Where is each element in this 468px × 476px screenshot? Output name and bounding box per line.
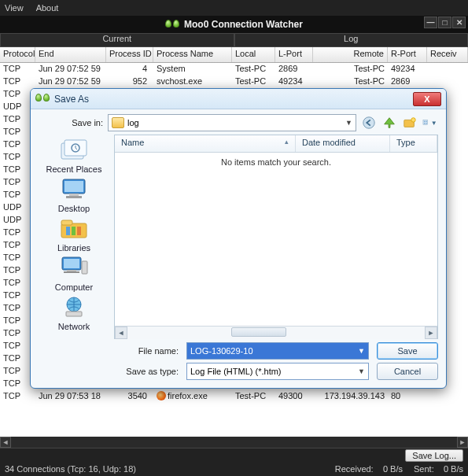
svg-rect-19 <box>77 227 81 235</box>
svg-rect-14 <box>66 196 82 198</box>
sent-label: Sent: <box>414 464 434 474</box>
col-recv[interactable]: Receiv <box>427 47 468 62</box>
received-label: Received: <box>335 464 374 474</box>
menu-about[interactable]: About <box>36 3 59 13</box>
scroll-thumb[interactable] <box>231 327 286 337</box>
sent-value: 0 B/s <box>444 464 463 474</box>
file-list-hscroll[interactable]: ◄ ► <box>115 326 437 338</box>
new-folder-icon[interactable] <box>402 115 418 131</box>
table-row[interactable]: TCPJun 29 07:53 183540firefox.exeTest-PC… <box>0 390 468 403</box>
folder-icon <box>112 117 124 128</box>
cancel-button[interactable]: Cancel <box>377 363 438 380</box>
tab-log[interactable]: Log <box>234 33 469 47</box>
sort-indicator-icon: ▴ <box>285 138 289 146</box>
place-desktop[interactable]: Desktop <box>41 175 107 213</box>
place-libraries[interactable]: Libraries <box>41 215 107 253</box>
col-rport[interactable]: R-Port <box>388 47 427 62</box>
svg-rect-22 <box>67 270 76 271</box>
tab-header: Current Log <box>0 33 468 47</box>
file-list-body: No items match your search. <box>115 153 437 326</box>
scroll-right-icon[interactable]: ► <box>425 327 437 339</box>
svg-rect-7 <box>426 123 426 124</box>
svg-rect-17 <box>66 227 70 235</box>
place-network-label: Network <box>58 322 90 331</box>
col-local[interactable]: Local <box>232 47 275 62</box>
col-lport[interactable]: L-Port <box>275 47 313 62</box>
scroll-left-icon[interactable]: ◄ <box>115 327 127 339</box>
svg-rect-16 <box>61 220 72 225</box>
svg-rect-24 <box>82 261 87 274</box>
col-file-name[interactable]: Name ▴ <box>115 135 296 152</box>
place-libraries-label: Libraries <box>57 243 90 253</box>
place-network[interactable]: Network <box>41 293 107 331</box>
hscroll[interactable]: ◄ ► <box>0 437 468 448</box>
nav-icons: ▼ <box>361 115 438 131</box>
computer-icon <box>55 254 93 281</box>
empty-message: No items match your search. <box>221 157 331 167</box>
hscroll-right-icon[interactable]: ► <box>457 437 468 448</box>
desktop-icon <box>55 175 93 202</box>
place-computer[interactable]: Computer <box>41 254 107 292</box>
dialog-title-bar[interactable]: Save As X <box>31 89 446 109</box>
back-icon[interactable] <box>361 115 377 131</box>
dialog-close-button[interactable]: X <box>413 92 441 106</box>
chevron-down-icon[interactable]: ▼ <box>358 367 365 375</box>
col-remote[interactable]: Remote <box>313 47 388 62</box>
recent-places-icon <box>55 136 93 163</box>
view-menu-icon[interactable]: ▼ <box>422 115 438 131</box>
svg-rect-26 <box>66 312 82 316</box>
minimize-button[interactable]: — <box>424 17 437 28</box>
scroll-track[interactable] <box>127 327 425 339</box>
svg-point-2 <box>411 118 415 122</box>
maximize-button[interactable]: □ <box>438 17 451 28</box>
svg-rect-6 <box>424 123 425 124</box>
save-as-dialog: Save As X Save in: log ▼ ▼ <box>30 88 447 389</box>
col-file-type[interactable]: Type <box>390 135 437 152</box>
received-value: 0 B/s <box>383 464 403 474</box>
firefox-icon <box>157 391 166 400</box>
place-recent-label: Recent Places <box>46 164 102 174</box>
svg-rect-13 <box>69 194 79 196</box>
save-in-combo[interactable]: log ▼ <box>108 114 356 131</box>
save-in-label: Save in: <box>39 118 103 127</box>
col-end[interactable]: End <box>35 47 106 62</box>
save-log-button[interactable]: Save Log... <box>405 449 463 462</box>
save-as-type-combo[interactable]: Log File (HTML) (*.htm) ▼ <box>186 363 369 380</box>
svg-rect-12 <box>64 181 83 192</box>
libraries-icon <box>55 215 93 242</box>
svg-rect-3 <box>423 120 428 125</box>
file-list[interactable]: Name ▴ Date modified Type No items match… <box>114 135 438 339</box>
close-button[interactable]: ✕ <box>452 17 466 28</box>
save-as-type-label: Save as type: <box>114 367 179 376</box>
svg-rect-23 <box>64 271 79 273</box>
svg-rect-18 <box>72 227 76 235</box>
file-list-header: Name ▴ Date modified Type <box>115 135 437 153</box>
tab-current[interactable]: Current <box>0 33 234 47</box>
menu-bar: View About <box>0 0 468 16</box>
file-name-input[interactable]: LOG-130629-10 ▼ <box>186 342 369 360</box>
svg-rect-21 <box>64 259 79 268</box>
chevron-down-icon[interactable]: ▼ <box>358 347 365 355</box>
table-row[interactable]: TCPJun 29 07:52 594SystemTest-PC2869Test… <box>0 63 468 76</box>
file-name-value: LOG-130629-10 <box>190 346 253 356</box>
up-icon[interactable] <box>381 115 397 131</box>
place-computer-label: Computer <box>55 282 93 292</box>
svg-rect-4 <box>424 121 425 122</box>
col-pid[interactable]: Process ID <box>106 47 153 62</box>
app-title: Moo0 Connection Watcher <box>184 19 303 30</box>
save-as-type-value: Log File (HTML) (*.htm) <box>190 367 282 376</box>
menu-view[interactable]: View <box>5 3 24 13</box>
hscroll-left-icon[interactable]: ◄ <box>0 437 11 448</box>
hscroll-track[interactable] <box>11 437 457 448</box>
save-button[interactable]: Save <box>377 342 438 360</box>
col-protocol[interactable]: Protocol <box>0 47 35 62</box>
title-bar: Moo0 Connection Watcher — □ ✕ <box>0 16 468 33</box>
dialog-icon <box>35 94 50 105</box>
app-icon <box>165 20 179 29</box>
place-desktop-label: Desktop <box>58 204 90 213</box>
place-recent[interactable]: Recent Places <box>41 136 107 174</box>
table-row[interactable]: TCPJun 29 07:52 59952svchost.exeTest-PC4… <box>0 76 468 88</box>
col-pname[interactable]: Process Name <box>153 47 232 62</box>
col-date-modified[interactable]: Date modified <box>296 135 390 152</box>
status-bar: Save Log... 34 Connections (Tcp: 16, Udp… <box>0 448 468 476</box>
